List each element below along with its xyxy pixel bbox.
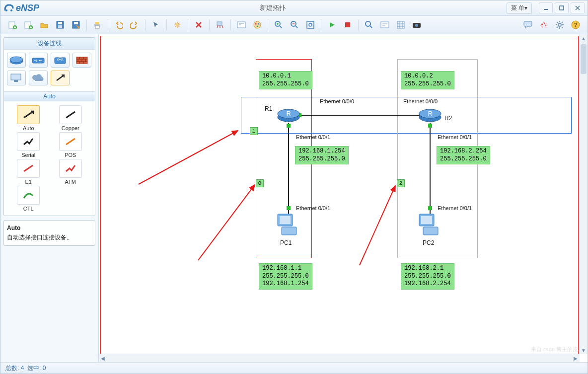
minimize-button[interactable] bbox=[539, 2, 553, 13]
palette-icon[interactable] bbox=[251, 18, 264, 31]
svg-rect-27 bbox=[345, 22, 350, 27]
menu-button[interactable]: 菜 单▾ bbox=[507, 2, 532, 14]
svg-rect-42 bbox=[11, 74, 21, 80]
category-switch[interactable] bbox=[29, 53, 48, 68]
device-panel-title: 设备连线 bbox=[4, 38, 95, 50]
horizontal-scrollbar[interactable]: ◀ ▶ bbox=[99, 354, 580, 362]
text-box-icon[interactable] bbox=[235, 18, 248, 31]
status-total-value: 4 bbox=[21, 365, 24, 372]
svg-line-58 bbox=[360, 186, 395, 265]
annotation-arrows bbox=[99, 34, 576, 362]
zoom-in-icon[interactable] bbox=[272, 18, 285, 31]
svg-point-0 bbox=[5, 9, 7, 11]
svg-rect-43 bbox=[14, 80, 18, 82]
print-icon[interactable] bbox=[91, 18, 104, 31]
stop-all-icon[interactable] bbox=[341, 18, 354, 31]
status-selected-label: 选中: bbox=[27, 364, 41, 373]
tool-auto[interactable]: Auto bbox=[10, 105, 47, 131]
scroll-down-icon[interactable]: ▼ bbox=[580, 346, 588, 354]
category-wlan[interactable] bbox=[51, 53, 70, 68]
svg-point-34 bbox=[558, 23, 561, 26]
broom-icon[interactable] bbox=[214, 18, 226, 31]
description-body: 自动选择接口连接设备。 bbox=[7, 234, 73, 241]
open-icon[interactable] bbox=[38, 18, 51, 31]
scroll-right-icon[interactable]: ▶ bbox=[572, 354, 580, 362]
tool-pos[interactable]: POS bbox=[52, 132, 89, 158]
svg-rect-29 bbox=[381, 22, 389, 28]
svg-point-20 bbox=[255, 23, 257, 25]
svg-point-1 bbox=[10, 9, 12, 11]
category-router[interactable] bbox=[7, 53, 26, 68]
grid-icon[interactable] bbox=[394, 18, 407, 31]
chat-icon[interactable] bbox=[521, 18, 534, 31]
svg-point-21 bbox=[258, 23, 260, 25]
svg-point-38 bbox=[10, 57, 23, 63]
huawei-icon[interactable] bbox=[537, 18, 550, 31]
help-icon[interactable]: ? bbox=[569, 18, 582, 31]
svg-rect-17 bbox=[217, 22, 222, 25]
category-pc[interactable] bbox=[7, 71, 26, 85]
svg-line-57 bbox=[198, 185, 255, 260]
toggle-label-icon[interactable] bbox=[378, 18, 391, 31]
start-all-icon[interactable] bbox=[325, 18, 338, 31]
snapshot-icon[interactable] bbox=[410, 18, 423, 31]
titlebar: eNSP 新建拓扑 菜 单▾ bbox=[0, 0, 588, 16]
svg-rect-3 bbox=[560, 6, 564, 10]
settings-icon[interactable] bbox=[553, 18, 566, 31]
pointer-icon[interactable] bbox=[149, 18, 162, 31]
zoom-out-icon[interactable] bbox=[288, 18, 301, 31]
tool-ctl[interactable]: CTL bbox=[10, 186, 47, 212]
category-link[interactable] bbox=[51, 71, 70, 85]
tool-serial[interactable]: Serial bbox=[10, 132, 47, 158]
svg-rect-33 bbox=[524, 21, 532, 26]
maximize-button[interactable] bbox=[555, 2, 569, 13]
svg-rect-30 bbox=[397, 21, 404, 28]
svg-text:?: ? bbox=[574, 22, 578, 28]
save-as-icon[interactable] bbox=[70, 18, 82, 31]
svg-rect-39 bbox=[32, 58, 44, 63]
save-icon[interactable] bbox=[54, 18, 67, 31]
svg-point-16 bbox=[176, 23, 179, 26]
svg-line-56 bbox=[139, 131, 238, 184]
zoom-fit-icon[interactable] bbox=[304, 18, 317, 31]
device-panel: 设备连线 Auto Auto Copper Serial P bbox=[3, 37, 95, 216]
scroll-up-icon[interactable]: ▲ bbox=[580, 34, 588, 42]
svg-point-26 bbox=[309, 23, 312, 26]
category-firewall[interactable] bbox=[73, 53, 91, 68]
svg-point-28 bbox=[366, 21, 370, 26]
redo-icon[interactable] bbox=[128, 18, 141, 31]
status-total-label: 总数: bbox=[5, 364, 19, 373]
svg-rect-12 bbox=[74, 22, 78, 24]
category-cloud[interactable] bbox=[29, 71, 48, 85]
app-logo: eNSP bbox=[3, 3, 39, 13]
pan-icon[interactable] bbox=[171, 18, 184, 31]
undo-icon[interactable] bbox=[112, 18, 125, 31]
svg-point-32 bbox=[415, 24, 418, 27]
scroll-left-icon[interactable]: ◀ bbox=[99, 354, 107, 362]
tool-atm[interactable]: ATM bbox=[52, 159, 89, 185]
vertical-scroll-thumb[interactable] bbox=[581, 44, 587, 74]
sidebar: 设备连线 Auto Auto Copper Serial P bbox=[0, 34, 99, 362]
svg-rect-2 bbox=[544, 9, 548, 10]
app-name: eNSP bbox=[16, 3, 39, 13]
capture-icon[interactable] bbox=[363, 18, 375, 31]
close-button[interactable] bbox=[571, 2, 585, 13]
svg-rect-25 bbox=[307, 21, 314, 28]
topology-canvas[interactable]: R R R1 R2 PC1 PC2 Ethernet 0/0/0 Etherne… bbox=[99, 34, 588, 362]
vertical-scrollbar[interactable]: ▲ ▼ bbox=[579, 34, 588, 354]
svg-rect-15 bbox=[95, 26, 99, 28]
svg-rect-10 bbox=[58, 25, 62, 28]
svg-rect-9 bbox=[58, 22, 62, 24]
svg-rect-40 bbox=[55, 58, 66, 64]
new-topology-icon[interactable] bbox=[6, 18, 19, 31]
new-topology2-icon[interactable] bbox=[22, 18, 35, 31]
svg-rect-18 bbox=[237, 22, 245, 28]
main-toolbar: ? bbox=[0, 16, 588, 34]
window-title: 新建拓扑 bbox=[39, 3, 507, 12]
svg-point-19 bbox=[254, 21, 261, 28]
delete-icon[interactable] bbox=[192, 18, 205, 31]
tool-e1[interactable]: E1 bbox=[10, 159, 47, 185]
svg-rect-14 bbox=[95, 22, 99, 24]
status-selected-value: 0 bbox=[43, 365, 46, 372]
tool-copper[interactable]: Copper bbox=[52, 105, 89, 131]
